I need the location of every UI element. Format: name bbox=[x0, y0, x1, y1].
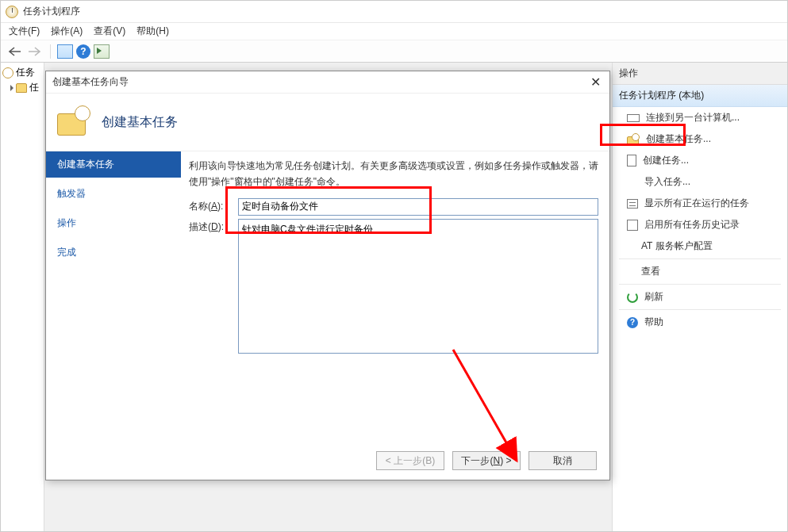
desc-label: 描述(D): bbox=[189, 220, 238, 234]
action-separator bbox=[619, 258, 781, 259]
name-input[interactable] bbox=[238, 198, 598, 216]
action-import-task[interactable]: 导入任务... bbox=[613, 171, 787, 193]
wizard-header: 创建基本任务 bbox=[46, 94, 609, 151]
folder-icon bbox=[16, 83, 27, 93]
toolbar-separator bbox=[50, 44, 51, 59]
action-at-service-label: AT 服务帐户配置 bbox=[641, 239, 713, 253]
forward-button[interactable] bbox=[26, 43, 44, 60]
task-scheduler-window: 任务计划程序 文件(F) 操作(A) 查看(V) 帮助(H) ? 任务 任 bbox=[0, 0, 788, 532]
list-icon bbox=[627, 199, 638, 209]
action-create-task[interactable]: 创建任务... bbox=[613, 150, 787, 171]
connect-icon bbox=[627, 114, 640, 122]
clock-icon bbox=[2, 67, 13, 78]
wizard-header-icon bbox=[57, 105, 90, 139]
row-desc: 描述(D): bbox=[189, 219, 598, 354]
desc-textarea[interactable] bbox=[238, 219, 598, 354]
help-icon[interactable]: ? bbox=[76, 44, 90, 59]
action-enable-history-label: 启用所有任务历史记录 bbox=[644, 218, 740, 232]
app-title: 任务计划程序 bbox=[23, 5, 80, 18]
menubar: 文件(F) 操作(A) 查看(V) 帮助(H) bbox=[1, 23, 787, 40]
action-view[interactable]: 查看 bbox=[613, 261, 787, 282]
tree-root-label: 任务 bbox=[16, 66, 35, 79]
next-button[interactable]: 下一步(N) > bbox=[452, 451, 521, 470]
wizard-buttons: < 上一步(B) 下一步(N) > 取消 bbox=[46, 442, 609, 480]
menu-help[interactable]: 帮助(H) bbox=[136, 25, 169, 38]
action-separator bbox=[619, 284, 781, 285]
action-refresh-label: 刷新 bbox=[644, 290, 663, 304]
action-at-service[interactable]: AT 服务帐户配置 bbox=[613, 235, 787, 257]
cancel-button[interactable]: 取消 bbox=[529, 451, 597, 470]
import-icon bbox=[627, 177, 638, 188]
tree-child[interactable]: 任 bbox=[2, 81, 42, 94]
action-help[interactable]: ? 帮助 bbox=[613, 312, 787, 333]
action-enable-history[interactable]: 启用所有任务历史记录 bbox=[613, 214, 787, 235]
refresh-icon bbox=[627, 292, 638, 303]
titlebar: 任务计划程序 bbox=[1, 1, 787, 23]
menu-action[interactable]: 操作(A) bbox=[51, 25, 83, 38]
expand-icon bbox=[10, 85, 13, 91]
action-separator bbox=[619, 309, 781, 310]
step-trigger[interactable]: 触发器 bbox=[46, 181, 181, 207]
wizard-body: 创建基本任务 触发器 操作 完成 利用该向导快速地为常见任务创建计划。有关更多高… bbox=[46, 151, 609, 442]
action-refresh[interactable]: 刷新 bbox=[613, 286, 787, 308]
action-create-basic-label: 创建基本任务... bbox=[646, 132, 711, 146]
action-view-label: 查看 bbox=[641, 265, 660, 278]
wizard-steps: 创建基本任务 触发器 操作 完成 bbox=[46, 151, 181, 442]
back-button[interactable] bbox=[6, 43, 23, 60]
back-button: < 上一步(B) bbox=[376, 451, 444, 470]
row-name: 名称(A): bbox=[189, 198, 598, 216]
step-finish[interactable]: 完成 bbox=[46, 239, 181, 266]
step-create-basic-task[interactable]: 创建基本任务 bbox=[46, 151, 181, 178]
tree-child-label: 任 bbox=[29, 81, 39, 94]
name-label: 名称(A): bbox=[189, 200, 238, 213]
wizard-dialog-title: 创建基本任务向导 bbox=[52, 75, 129, 89]
action-show-running[interactable]: 显示所有正在运行的任务 bbox=[613, 193, 787, 214]
tree-pane: 任务 任 bbox=[1, 63, 44, 531]
actions-pane: 操作 任务计划程序 (本地) 连接到另一台计算机... 创建基本任务... 创建… bbox=[613, 63, 787, 531]
create-basic-task-wizard: 创建基本任务向导 ✕ 创建基本任务 创建基本任务 触发器 操作 完成 利用该向导… bbox=[45, 71, 610, 480]
action-show-running-label: 显示所有正在运行的任务 bbox=[644, 197, 749, 210]
action-create-task-label: 创建任务... bbox=[643, 154, 689, 167]
folder-clock-icon bbox=[627, 133, 640, 146]
toolbar: ? bbox=[1, 40, 787, 63]
wizard-heading: 创建基本任务 bbox=[102, 114, 178, 131]
pane-toggle-icon[interactable] bbox=[57, 44, 73, 59]
wizard-titlebar: 创建基本任务向导 ✕ bbox=[46, 71, 609, 94]
wizard-intro: 利用该向导快速地为常见任务创建计划。有关更多高级选项或设置，例如多任务操作或触发… bbox=[189, 158, 598, 190]
action-connect-label: 连接到另一台计算机... bbox=[646, 111, 740, 124]
app-icon bbox=[6, 6, 18, 18]
enable-icon bbox=[627, 220, 638, 231]
actions-header: 操作 bbox=[613, 63, 787, 85]
step-action[interactable]: 操作 bbox=[46, 210, 181, 236]
menu-view[interactable]: 查看(V) bbox=[94, 25, 125, 38]
action-pane-icon[interactable] bbox=[94, 44, 110, 59]
close-button[interactable]: ✕ bbox=[587, 75, 603, 90]
actions-subheader: 任务计划程序 (本地) bbox=[613, 85, 787, 107]
doc-icon bbox=[627, 155, 636, 166]
action-help-label: 帮助 bbox=[644, 316, 663, 329]
wizard-form: 利用该向导快速地为常见任务创建计划。有关更多高级选项或设置，例如多任务操作或触发… bbox=[181, 151, 609, 442]
action-import-label: 导入任务... bbox=[644, 175, 690, 189]
help-icon: ? bbox=[627, 317, 638, 328]
tree-root[interactable]: 任务 bbox=[2, 66, 42, 79]
menu-file[interactable]: 文件(F) bbox=[9, 25, 40, 38]
action-connect[interactable]: 连接到另一台计算机... bbox=[613, 107, 787, 128]
action-create-basic-task[interactable]: 创建基本任务... bbox=[613, 128, 787, 150]
